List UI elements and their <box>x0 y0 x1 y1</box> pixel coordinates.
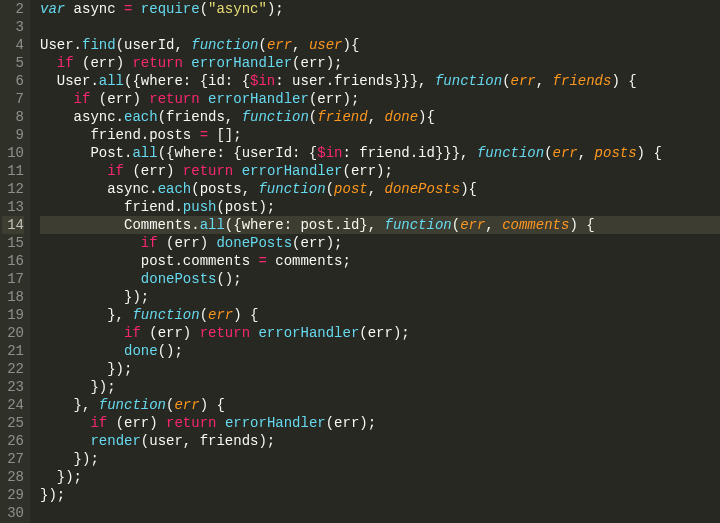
code-line[interactable]: }); <box>40 450 720 468</box>
code-line[interactable]: }); <box>40 360 720 378</box>
token-plain: (err) <box>158 235 217 251</box>
token-plain <box>233 163 241 179</box>
token-plain: friend.posts <box>40 127 200 143</box>
line-number: 26 <box>2 432 24 450</box>
code-line[interactable]: post.comments = comments; <box>40 252 720 270</box>
token-plain: ( <box>309 109 317 125</box>
token-plain: ); <box>267 1 284 17</box>
code-line[interactable] <box>40 18 720 36</box>
token-plain: , <box>368 181 385 197</box>
token-plain: User. <box>40 73 99 89</box>
token-plain: (err); <box>359 325 409 341</box>
token-plain: }); <box>40 361 132 377</box>
token-fncol: function <box>191 37 258 53</box>
token-call: all <box>132 145 157 161</box>
token-prm: friend <box>317 109 367 125</box>
token-plain: (friends, <box>158 109 242 125</box>
code-line[interactable]: if (err) return errorHandler(err); <box>40 54 720 72</box>
line-number: 18 <box>2 288 24 306</box>
line-number: 21 <box>2 342 24 360</box>
token-prm: comments <box>502 217 569 233</box>
code-line[interactable]: friend.push(post); <box>40 198 720 216</box>
code-line[interactable]: User.all({where: {id: {$in: user.friends… <box>40 72 720 90</box>
code-line[interactable]: render(user, friends); <box>40 432 720 450</box>
token-plain: (err); <box>292 235 342 251</box>
token-kw: if <box>141 235 158 251</box>
token-plain: ( <box>258 37 266 53</box>
token-plain: ( <box>326 181 334 197</box>
token-call: donePosts <box>216 235 292 251</box>
code-line[interactable]: }); <box>40 486 720 504</box>
token-prm: err <box>208 307 233 323</box>
line-number: 22 <box>2 360 24 378</box>
token-op: $in <box>250 73 275 89</box>
token-kw: return <box>149 91 199 107</box>
line-number: 5 <box>2 54 24 72</box>
token-plain: : friend.id}}}, <box>343 145 477 161</box>
code-line[interactable]: }); <box>40 468 720 486</box>
code-line[interactable]: }); <box>40 378 720 396</box>
token-kw: if <box>57 55 74 71</box>
token-prm: err <box>267 37 292 53</box>
code-line[interactable]: done(); <box>40 342 720 360</box>
token-plain: post.comments <box>40 253 258 269</box>
token-call: render <box>90 433 140 449</box>
token-plain: }); <box>40 469 82 485</box>
token-plain: (err); <box>326 415 376 431</box>
line-number: 4 <box>2 36 24 54</box>
token-call: all <box>200 217 225 233</box>
token-plain: (err) <box>141 325 200 341</box>
token-prm: err <box>174 397 199 413</box>
code-line[interactable]: donePosts(); <box>40 270 720 288</box>
code-area[interactable]: var async = require("async"); User.find(… <box>30 0 720 523</box>
token-plain <box>40 163 107 179</box>
token-fncol: function <box>132 307 199 323</box>
line-number: 9 <box>2 126 24 144</box>
token-plain <box>183 55 191 71</box>
token-plain: (user, friends); <box>141 433 275 449</box>
token-prm: err <box>511 73 536 89</box>
token-plain: (); <box>158 343 183 359</box>
code-line[interactable] <box>40 504 720 522</box>
line-number: 11 <box>2 162 24 180</box>
code-line[interactable]: Post.all({where: {userId: {$in: friend.i… <box>40 144 720 162</box>
code-line[interactable]: }, function(err) { <box>40 306 720 324</box>
token-plain: ) { <box>200 397 225 413</box>
token-plain <box>40 271 141 287</box>
token-plain: ( <box>452 217 460 233</box>
token-plain: ) { <box>611 73 636 89</box>
token-plain: (err) <box>107 415 166 431</box>
token-prm: err <box>553 145 578 161</box>
token-call: errorHandler <box>191 55 292 71</box>
code-line[interactable]: if (err) return errorHandler(err); <box>40 414 720 432</box>
code-line[interactable]: var async = require("async"); <box>40 0 720 18</box>
token-plain: ) { <box>233 307 258 323</box>
code-line[interactable]: User.find(userId, function(err, user){ <box>40 36 720 54</box>
code-line[interactable]: }, function(err) { <box>40 396 720 414</box>
code-line[interactable]: async.each(posts, function(post, donePos… <box>40 180 720 198</box>
token-fncol: function <box>477 145 544 161</box>
code-line[interactable]: if (err) donePosts(err); <box>40 234 720 252</box>
token-plain: async. <box>40 109 124 125</box>
token-call: errorHandler <box>258 325 359 341</box>
code-line[interactable]: async.each(friends, function(friend, don… <box>40 108 720 126</box>
line-number: 29 <box>2 486 24 504</box>
token-prm: friends <box>553 73 612 89</box>
code-line[interactable]: if (err) return errorHandler(err); <box>40 324 720 342</box>
token-op: $in <box>317 145 342 161</box>
code-line[interactable]: Comments.all({where: post.id}, function(… <box>40 216 720 234</box>
line-number: 25 <box>2 414 24 432</box>
line-number: 10 <box>2 144 24 162</box>
code-line[interactable]: if (err) return errorHandler(err); <box>40 162 720 180</box>
code-line[interactable]: if (err) return errorHandler(err); <box>40 90 720 108</box>
line-number: 16 <box>2 252 24 270</box>
line-number: 6 <box>2 72 24 90</box>
token-plain <box>40 55 57 71</box>
code-line[interactable]: }); <box>40 288 720 306</box>
token-plain: (err) <box>90 91 149 107</box>
token-plain <box>40 343 124 359</box>
token-str: "async" <box>208 1 267 17</box>
code-editor[interactable]: 2345678910111213141516171819202122232425… <box>0 0 720 523</box>
line-number: 17 <box>2 270 24 288</box>
code-line[interactable]: friend.posts = []; <box>40 126 720 144</box>
